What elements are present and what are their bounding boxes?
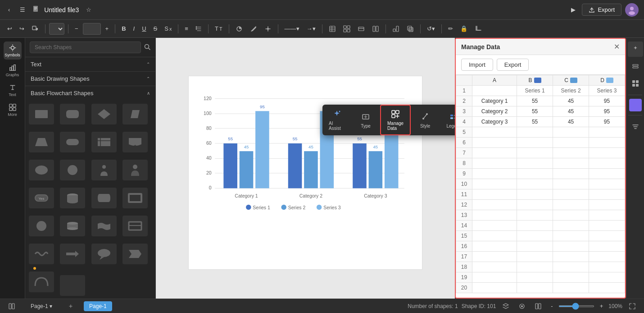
bold-button[interactable]: B bbox=[119, 23, 128, 34]
sidebar-item-text[interactable]: Text bbox=[4, 81, 22, 99]
canvas-area[interactable]: AI Assist Type Manage Data Style Legend bbox=[156, 38, 455, 299]
strikethrough-button[interactable]: S bbox=[151, 23, 160, 34]
sidebar-item-more[interactable]: More bbox=[4, 101, 22, 119]
shape-cylinder[interactable] bbox=[60, 188, 85, 208]
import-button[interactable]: Import bbox=[461, 59, 493, 71]
italic-button[interactable]: I bbox=[131, 23, 138, 34]
crop-button[interactable] bbox=[472, 23, 485, 34]
section-text-header[interactable]: Text ⌃ bbox=[25, 57, 155, 71]
active-page-tab[interactable]: Page-1 bbox=[84, 301, 112, 311]
redo-button[interactable]: ↪ bbox=[17, 23, 27, 34]
shape-arrow[interactable] bbox=[60, 244, 85, 264]
right-icon-layers[interactable] bbox=[628, 59, 643, 74]
underline-button[interactable]: U bbox=[139, 23, 149, 34]
font-size-input[interactable] bbox=[83, 23, 101, 35]
shape-circle[interactable] bbox=[60, 160, 85, 180]
shape-internal-storage[interactable] bbox=[91, 132, 117, 152]
sidebar-item-graphs[interactable]: Graphs bbox=[4, 61, 22, 79]
shape-person[interactable] bbox=[91, 160, 117, 180]
star-button[interactable]: ☆ bbox=[83, 5, 94, 15]
draw-button[interactable] bbox=[247, 23, 260, 34]
row-4-D[interactable]: 95 bbox=[589, 117, 625, 127]
page-selector[interactable]: Page-1 ▾ bbox=[25, 301, 58, 311]
float-btn-type[interactable]: Type bbox=[351, 105, 380, 135]
more-options-2[interactable] bbox=[369, 23, 382, 34]
row-3-B[interactable]: 55 bbox=[517, 106, 553, 117]
view-toggle-button[interactable] bbox=[532, 301, 544, 312]
row-4-C[interactable]: 45 bbox=[553, 117, 589, 127]
font-size-plus[interactable]: + bbox=[103, 23, 112, 34]
shape-misc2[interactable] bbox=[60, 275, 85, 296]
shape-trapezoid[interactable] bbox=[29, 132, 54, 152]
search-input[interactable] bbox=[30, 41, 141, 53]
more-options-1[interactable] bbox=[355, 23, 367, 34]
zoom-minus-button[interactable]: - bbox=[548, 301, 555, 311]
section-basic-flowchart-header[interactable]: Basic Flowchart Shapes ∧ bbox=[25, 86, 155, 100]
align-left-button[interactable]: ≡ bbox=[182, 23, 191, 34]
shape-person2[interactable] bbox=[122, 160, 148, 180]
export-data-button[interactable]: Export bbox=[497, 59, 529, 71]
row-2-B[interactable]: 55 bbox=[517, 96, 553, 106]
right-icon-filter[interactable] bbox=[628, 119, 643, 134]
text-transform-button[interactable]: TT bbox=[212, 23, 225, 34]
fit-button[interactable] bbox=[516, 301, 528, 312]
row-3-D[interactable]: 95 bbox=[589, 106, 625, 117]
line-spacing-button[interactable] bbox=[193, 24, 204, 34]
section-basic-drawing-header[interactable]: Basic Drawing Shapes ⌃ bbox=[25, 72, 155, 86]
shape-diamond[interactable] bbox=[91, 104, 117, 124]
shape-parallelogram[interactable] bbox=[122, 104, 148, 124]
font-size-minus[interactable]: − bbox=[72, 23, 81, 34]
shape-rounded-rect[interactable] bbox=[60, 104, 85, 124]
shape-button[interactable] bbox=[340, 23, 353, 34]
transform-button[interactable]: ↺▾ bbox=[424, 23, 438, 34]
float-btn-style[interactable]: Style bbox=[411, 105, 440, 135]
shape-corner[interactable] bbox=[122, 216, 148, 236]
arrange-button[interactable] bbox=[390, 23, 402, 34]
shape-circle2[interactable] bbox=[29, 216, 54, 236]
zoom-slider[interactable] bbox=[558, 305, 594, 307]
shape-rect[interactable] bbox=[29, 104, 54, 124]
sidebar-toggle-button[interactable] bbox=[5, 301, 18, 312]
back-button[interactable]: ‹ bbox=[5, 5, 13, 15]
shape-chevron[interactable] bbox=[122, 244, 148, 264]
shape-ellipse[interactable] bbox=[29, 160, 54, 180]
undo-button[interactable]: ↩ bbox=[5, 23, 15, 34]
layers-button[interactable] bbox=[499, 301, 512, 312]
right-icon-magic[interactable] bbox=[628, 41, 643, 57]
shape-curved-rect[interactable] bbox=[91, 188, 117, 208]
row-3-A[interactable]: Category 2 bbox=[472, 106, 517, 117]
shape-stadium[interactable] bbox=[60, 132, 85, 152]
subscript-button[interactable]: Sx bbox=[162, 23, 174, 34]
right-icon-color-swatch[interactable] bbox=[629, 99, 642, 111]
row-1-A[interactable] bbox=[472, 86, 517, 96]
font-select[interactable] bbox=[49, 23, 64, 35]
shape-callout[interactable] bbox=[91, 244, 117, 264]
fullscreen-button[interactable] bbox=[626, 301, 639, 312]
sidebar-item-symbols[interactable]: Symbols bbox=[4, 41, 22, 60]
row-2-A[interactable]: Category 1 bbox=[472, 96, 517, 106]
row-4-A[interactable]: Category 3 bbox=[472, 117, 517, 127]
waypoint-button[interactable] bbox=[262, 23, 274, 34]
export-button[interactable]: Export bbox=[582, 4, 621, 16]
add-page-button[interactable]: ＋ bbox=[65, 300, 77, 312]
search-button[interactable] bbox=[144, 43, 151, 52]
shape-wavy[interactable] bbox=[29, 244, 54, 264]
panel-close-button[interactable]: ✕ bbox=[614, 42, 620, 51]
play-button[interactable]: ▶ bbox=[568, 5, 578, 15]
shape-document[interactable] bbox=[122, 132, 148, 152]
shape-tape[interactable] bbox=[60, 216, 85, 236]
table-button[interactable] bbox=[326, 23, 339, 34]
right-icon-grid[interactable] bbox=[628, 76, 643, 91]
line-end-button[interactable]: →▾ bbox=[304, 23, 318, 34]
menu-button[interactable]: ☰ bbox=[17, 5, 28, 15]
shape-fill-button[interactable] bbox=[233, 23, 245, 34]
float-btn-ai-assist[interactable]: AI Assist bbox=[322, 105, 351, 135]
float-btn-legend[interactable]: Legend bbox=[440, 105, 455, 135]
shape-wave[interactable] bbox=[91, 216, 117, 236]
row-4-B[interactable]: 55 bbox=[517, 117, 553, 127]
row-2-C[interactable]: 45 bbox=[553, 96, 589, 106]
row-2-D[interactable]: 95 bbox=[589, 96, 625, 106]
zoom-plus-button[interactable]: + bbox=[597, 301, 606, 311]
shape-decision[interactable]: Yes bbox=[29, 188, 54, 208]
lock-button[interactable]: 🔒 bbox=[458, 23, 470, 34]
